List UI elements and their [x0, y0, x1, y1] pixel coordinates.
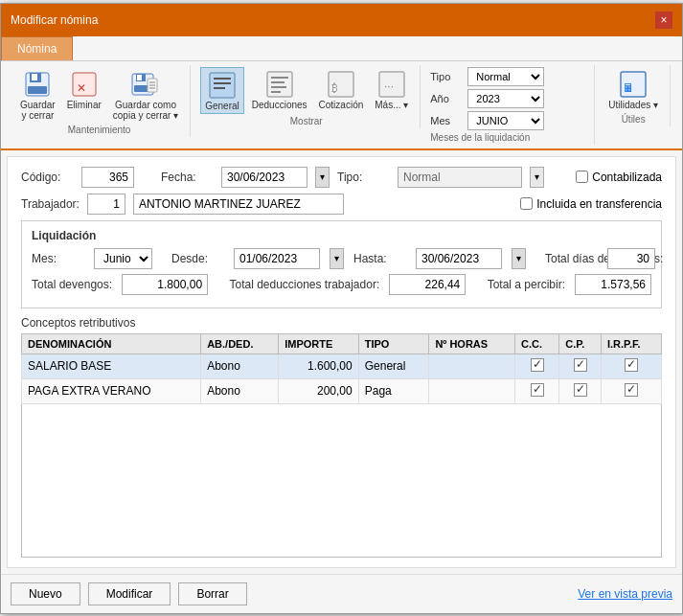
svg-rect-3: [28, 86, 47, 94]
table-row[interactable]: SALARIO BASE Abono 1.600,00 General: [22, 354, 662, 378]
total-ded-label: Total deducciones trabajador:: [229, 278, 379, 291]
svg-rect-19: [271, 77, 288, 79]
cell-importe: 1.600,00: [279, 354, 359, 378]
save-icon: [22, 69, 53, 100]
anno-select[interactable]: 2023: [467, 89, 544, 108]
codigo-input[interactable]: [81, 167, 134, 188]
close-button[interactable]: ×: [655, 11, 672, 29]
total-percibir-input[interactable]: [575, 274, 651, 295]
tipo-select[interactable]: Normal: [467, 67, 544, 86]
col-cc: C.C.: [515, 333, 559, 354]
cell-cp: [559, 378, 602, 403]
form-row-1: Código: Fecha: ▾ Tipo: ▾ Contabilizada: [21, 167, 662, 188]
mas-label: Más... ▾: [375, 100, 408, 110]
utilidades-button[interactable]: 🖩 Utilidades ▾: [604, 67, 662, 112]
incluida-label: Incluida en transferencia: [536, 197, 662, 211]
mas-button[interactable]: ··· Más... ▾: [371, 67, 412, 112]
checkbox-checked[interactable]: [531, 383, 544, 397]
desde-input[interactable]: [234, 248, 320, 269]
contabilizada-label: Contabilizada: [592, 171, 662, 184]
conceptos-empty-area: [21, 404, 662, 558]
guardar-copia-button[interactable]: Guardar comocopia y cerrar ▾: [109, 67, 182, 123]
incluida-checkbox[interactable]: [520, 197, 533, 210]
footer-buttons: Nuevo Modificar Borrar: [11, 582, 247, 605]
hasta-input[interactable]: [416, 248, 502, 269]
total-dias-input[interactable]: [607, 248, 655, 269]
contabilizada-checkbox-row[interactable]: Contabilizada: [576, 171, 662, 184]
mostrar-label: Mostrar: [290, 116, 323, 126]
conceptos-table: DENOMINACIÓN AB./DED. IMPORTE TIPO Nº HO…: [21, 333, 662, 404]
svg-rect-2: [32, 74, 37, 80]
utilidades-label: Utilidades ▾: [608, 100, 658, 110]
deducciones-button[interactable]: Deducciones: [248, 67, 311, 112]
svg-text:···: ···: [384, 80, 394, 93]
trabajador-id-input[interactable]: [87, 194, 125, 215]
tipo-dropdown[interactable]: ▾: [530, 167, 544, 188]
main-form: Código: Fecha: ▾ Tipo: ▾ Contabilizada T…: [7, 156, 676, 568]
mes-liq-label: Mes:: [32, 252, 84, 265]
fecha-input[interactable]: [221, 167, 307, 188]
fecha-label: Fecha:: [161, 171, 214, 184]
trabajador-name-input[interactable]: [133, 194, 344, 215]
desde-label: Desde:: [171, 252, 224, 265]
cell-importe: 200,00: [279, 378, 359, 403]
svg-rect-22: [271, 91, 281, 93]
total-devengos-label: Total devengos:: [32, 278, 112, 291]
cell-tipo: Paga: [358, 378, 429, 403]
total-devengos-input[interactable]: [122, 274, 208, 295]
deducciones-icon: [264, 69, 295, 100]
ribbon-group-items-mantenimiento: Guardary cerrar ✕ Eliminar: [16, 67, 182, 123]
codigo-label: Código:: [21, 171, 74, 184]
mes-field-label: Mes: [430, 115, 464, 126]
tipo-input: [398, 167, 522, 188]
nuevo-button[interactable]: Nuevo: [11, 582, 80, 605]
cell-irpf: [601, 378, 661, 403]
modificar-button[interactable]: Modificar: [88, 582, 171, 605]
tab-nomina[interactable]: Nómina: [1, 36, 73, 60]
total-ded-input[interactable]: [389, 274, 466, 295]
mes-select[interactable]: JUNIO: [467, 111, 544, 130]
svg-text:✕: ✕: [77, 81, 86, 95]
liquidacion-section: Liquidación Mes: Junio Desde: ▾ Hasta: ▾…: [21, 220, 662, 308]
contabilizada-checkbox[interactable]: [576, 171, 588, 183]
utilities-icon: 🖩: [618, 69, 649, 100]
cell-denominacion: PAGA EXTRA VERANO: [22, 378, 201, 403]
ribbon-group-mostrar: General Deducciones: [193, 65, 421, 128]
liq-row-1: Mes: Junio Desde: ▾ Hasta: ▾ Total días …: [32, 248, 651, 269]
checkbox-checked[interactable]: [574, 358, 587, 372]
fecha-dropdown[interactable]: ▾: [315, 167, 330, 188]
table-row[interactable]: PAGA EXTRA VERANO Abono 200,00 Paga: [22, 378, 662, 403]
tipo-field-label: Tipo: [430, 71, 464, 82]
cell-denominacion: SALARIO BASE: [22, 354, 201, 378]
borrar-button[interactable]: Borrar: [178, 582, 246, 605]
mas-icon: ···: [376, 69, 407, 100]
delete-icon: ✕: [69, 69, 100, 100]
svg-rect-15: [214, 78, 231, 80]
guardar-copia-label: Guardar comocopia y cerrar ▾: [113, 100, 178, 121]
ribbon: Guardary cerrar ✕ Eliminar: [1, 61, 682, 150]
col-tipo: TIPO: [358, 333, 429, 354]
desde-dropdown[interactable]: ▾: [330, 248, 344, 269]
svg-rect-14: [210, 73, 235, 98]
title-bar: Modificar nómina ×: [1, 4, 682, 36]
cotizacion-label: Cotización: [319, 100, 364, 110]
mes-liq-select[interactable]: Junio: [94, 248, 152, 269]
general-button[interactable]: General: [200, 67, 244, 114]
eliminar-button[interactable]: ✕ Eliminar: [63, 67, 105, 112]
hasta-dropdown[interactable]: ▾: [512, 248, 526, 269]
incluida-checkbox-row[interactable]: Incluida en transferencia: [520, 197, 662, 211]
tab-bar: Nómina: [1, 36, 682, 61]
vista-previa-link[interactable]: Ver en vista previa: [578, 587, 672, 601]
checkbox-checked[interactable]: [625, 383, 638, 397]
window-title: Modificar nómina: [11, 13, 98, 27]
form-row-2: Trabajador: Incluida en transferencia: [21, 194, 662, 215]
svg-text:₿: ₿: [331, 81, 338, 95]
checkbox-checked[interactable]: [625, 358, 638, 372]
checkbox-checked[interactable]: [574, 383, 587, 397]
main-window: Modificar nómina × Nómina Gu: [0, 3, 683, 614]
checkbox-checked[interactable]: [531, 358, 544, 372]
svg-rect-8: [137, 75, 142, 80]
cotizacion-button[interactable]: ₿ Cotización: [315, 67, 368, 112]
guardar-button[interactable]: Guardary cerrar: [16, 67, 59, 123]
ribbon-group-utiles: 🖩 Utilidades ▾ Útiles: [597, 65, 671, 126]
